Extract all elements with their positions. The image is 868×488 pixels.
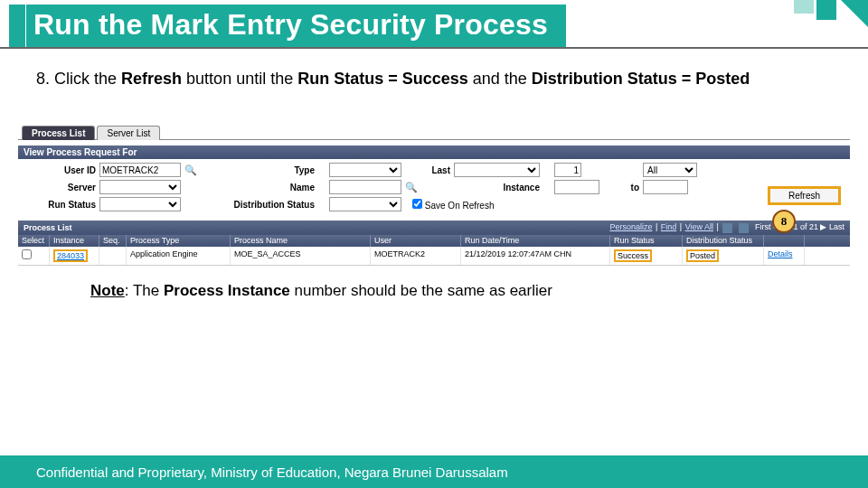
lookup-icon[interactable]: 🔍 — [405, 182, 450, 193]
instance-from-field[interactable] — [554, 180, 599, 194]
process-list-toolbar: Process List Personalize | Find | View A… — [18, 221, 850, 234]
to-label: to — [612, 183, 639, 192]
last-select[interactable] — [454, 163, 540, 177]
footer-bar: Confidential and Proprietary, Ministry o… — [0, 455, 868, 488]
page-title: Run the Mark Entry Security Process — [26, 5, 566, 47]
instance-label: Instance — [454, 183, 540, 192]
last-unit-select[interactable]: All — [643, 163, 697, 177]
tab-process-list[interactable]: Process List — [22, 126, 95, 140]
run-status-label: Run Status — [24, 200, 96, 210]
last-count-field[interactable] — [554, 163, 581, 177]
find-link[interactable]: Find — [661, 222, 677, 231]
download-icon[interactable] — [739, 223, 749, 233]
tab-server-list[interactable]: Server List — [97, 126, 160, 140]
row-select-checkbox[interactable] — [22, 249, 32, 259]
process-type-cell: Application Engine — [127, 247, 231, 265]
server-label: Server — [24, 183, 96, 192]
process-name-cell: MOE_SA_ACCES — [231, 247, 371, 265]
user-cell: MOETRACK2 — [371, 247, 461, 265]
type-select[interactable] — [329, 163, 401, 177]
dist-status-label: Distribution Status — [224, 200, 315, 210]
grid-icon[interactable] — [722, 223, 732, 233]
last-label: Last — [405, 165, 450, 175]
note-text: Note: The Process Instance number should… — [90, 282, 832, 300]
save-on-refresh-checkbox[interactable] — [412, 199, 422, 209]
table-header: Select Instance Seq. Process Type Proces… — [18, 235, 850, 248]
personalize-link[interactable]: Personalize — [609, 222, 652, 231]
table-row: 284033 Application Engine MOE_SA_ACCES M… — [18, 247, 850, 266]
instance-cell[interactable]: 284033 — [53, 249, 88, 262]
save-on-refresh-label: Save On Refresh — [425, 201, 495, 211]
filter-section-header: View Process Request For — [18, 145, 850, 159]
server-select[interactable] — [99, 180, 181, 194]
user-id-label: User ID — [24, 165, 96, 175]
type-label: Type — [224, 165, 315, 175]
run-status-cell: Success — [614, 249, 652, 262]
view-all-link[interactable]: View All — [685, 222, 713, 231]
process-monitor-app: Process List Server List View Process Re… — [18, 126, 850, 266]
step-instruction: 8. Click the Refresh button until the Ru… — [36, 69, 832, 89]
lookup-icon[interactable]: 🔍 — [184, 164, 221, 176]
tab-bar: Process List Server List — [22, 126, 850, 140]
refresh-button[interactable]: Refresh — [768, 186, 841, 205]
run-status-select[interactable] — [99, 197, 181, 211]
dist-status-cell: Posted — [686, 249, 719, 262]
slide-decoration — [669, 0, 868, 27]
name-label: Name — [224, 183, 315, 192]
details-link[interactable]: Details — [768, 249, 793, 258]
user-id-field[interactable] — [99, 163, 181, 177]
name-field[interactable] — [329, 180, 401, 194]
datetime-cell: 21/12/2019 12:07:47AM CHN — [461, 247, 610, 265]
instance-to-field[interactable] — [643, 180, 688, 194]
dist-status-select[interactable] — [329, 197, 401, 211]
